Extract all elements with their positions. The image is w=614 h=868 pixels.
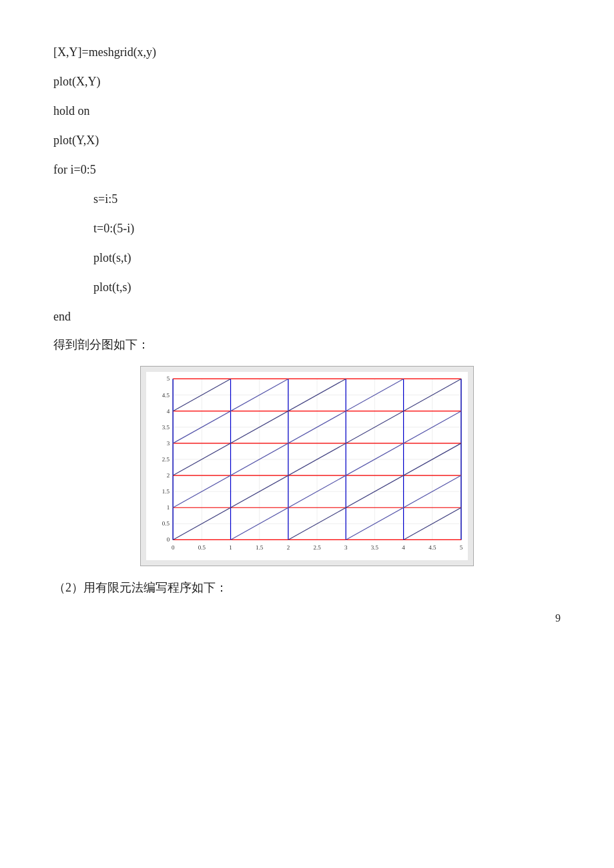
svg-text:0.5: 0.5 [198,544,206,551]
code-line-3: hold on [53,99,561,123]
code-line-5: for i=0:5 [53,158,561,182]
svg-text:1: 1 [229,544,232,551]
svg-text:2: 2 [167,472,170,479]
code-line-8: plot(s,t) [53,246,561,270]
svg-text:0: 0 [172,544,175,551]
svg-text:4.5: 4.5 [162,392,170,399]
code-line-10: end [53,304,561,329]
code-block: [X,Y]=meshgrid(x,y) plot(X,Y) hold on pl… [53,40,561,329]
svg-text:1: 1 [167,505,170,511]
chart-svg: 0 0.5 1 1.5 2 2.5 3 3.5 4 4.5 5 0 0.5 1 … [146,372,468,560]
svg-text:2: 2 [287,544,290,551]
svg-text:4: 4 [167,408,170,415]
code-line-9: plot(t,s) [53,275,561,299]
chart-container: 0 0.5 1 1.5 2 2.5 3 3.5 4 4.5 5 0 0.5 1 … [53,366,561,566]
chart-inner: 0 0.5 1 1.5 2 2.5 3 3.5 4 4.5 5 0 0.5 1 … [146,372,468,560]
svg-text:1.5: 1.5 [256,544,264,551]
code-line-1: [X,Y]=meshgrid(x,y) [53,40,561,64]
svg-text:5: 5 [460,544,463,551]
svg-text:3.5: 3.5 [371,544,379,551]
caption: 得到剖分图如下： [53,334,561,355]
chart-wrapper: 0 0.5 1 1.5 2 2.5 3 3.5 4 4.5 5 0 0.5 1 … [140,366,474,566]
section-label: （2）用有限元法编写程序如下： [53,577,561,598]
code-line-2: plot(X,Y) [53,69,561,93]
svg-text:2.5: 2.5 [313,544,321,551]
svg-text:1.5: 1.5 [162,489,170,495]
svg-text:4: 4 [402,544,405,551]
svg-text:5: 5 [167,376,170,383]
svg-text:3: 3 [167,440,170,447]
code-line-4: plot(Y,X) [53,128,561,152]
page: [X,Y]=meshgrid(x,y) plot(X,Y) hold on pl… [0,0,614,644]
svg-text:0.5: 0.5 [162,521,170,527]
svg-text:3: 3 [344,544,348,551]
svg-text:3.5: 3.5 [162,424,170,431]
svg-text:2.5: 2.5 [162,456,170,463]
svg-text:4.5: 4.5 [428,544,436,551]
page-number: 9 [555,612,561,624]
svg-text:0: 0 [167,537,170,544]
code-line-6: s=i:5 [53,187,561,211]
code-line-7: t=0:(5-i) [53,216,561,240]
